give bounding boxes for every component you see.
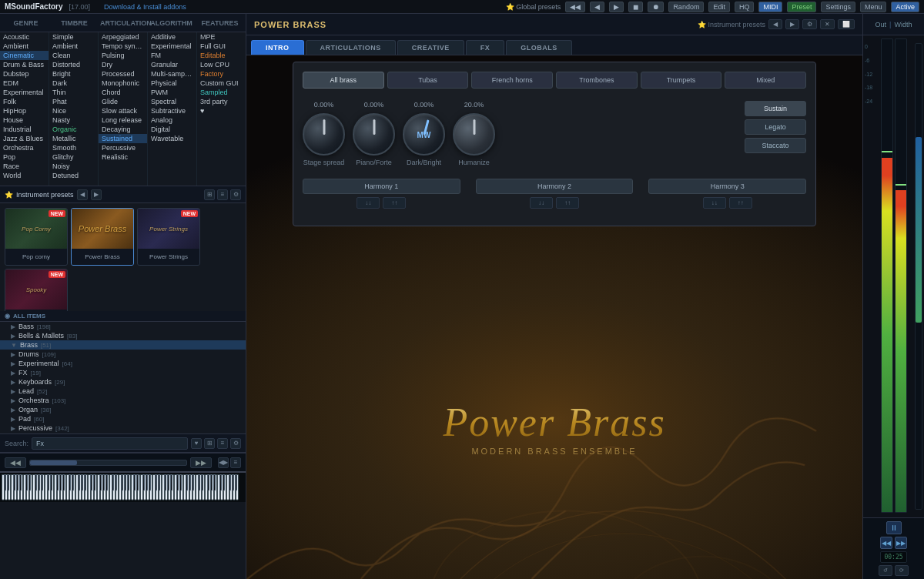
harmony-1-up-btn[interactable]: ↑↑ xyxy=(383,197,406,209)
list-item[interactable]: Industrial xyxy=(0,125,49,134)
cat-trombones[interactable]: Trombones xyxy=(556,72,638,89)
preset-btn[interactable]: Preset xyxy=(787,2,816,12)
tree-item-drums[interactable]: ▶ Drums [109] xyxy=(0,350,246,359)
list-item[interactable]: Digital xyxy=(148,125,196,134)
black-key[interactable] xyxy=(124,474,126,491)
black-key[interactable] xyxy=(149,474,151,491)
list-item[interactable]: Dry xyxy=(99,60,147,69)
list-item[interactable]: Arpeggiated xyxy=(99,32,147,42)
hq-btn[interactable]: HQ xyxy=(735,2,755,12)
list-item[interactable]: MPE xyxy=(197,32,246,42)
list-item[interactable]: FM xyxy=(148,51,196,60)
black-key[interactable] xyxy=(192,474,194,491)
list-item[interactable]: Sustained xyxy=(99,134,147,143)
inst-resize-btn[interactable]: ⬜ xyxy=(838,19,855,29)
black-key[interactable] xyxy=(16,474,18,491)
list-item[interactable]: Subtractive xyxy=(148,106,196,115)
black-key[interactable] xyxy=(93,474,95,491)
list-item[interactable]: Ambient xyxy=(0,42,49,51)
black-key[interactable] xyxy=(127,474,129,491)
list-item[interactable]: Detuned xyxy=(49,171,98,180)
black-key[interactable] xyxy=(133,474,136,491)
harmony-3-label[interactable]: Harmony 3 xyxy=(648,179,806,194)
list-item[interactable]: Dubstep xyxy=(0,69,49,79)
list-item[interactable]: World xyxy=(0,171,49,180)
black-key[interactable] xyxy=(4,474,6,491)
list-item[interactable]: Distorted xyxy=(49,60,98,69)
tab-creative[interactable]: CREATIVE xyxy=(397,40,464,55)
preset-card-power-strings[interactable]: Power Strings NEW Power Strings xyxy=(137,208,200,266)
list-item[interactable]: Granular xyxy=(148,60,196,69)
download-link[interactable]: Download & Install addons xyxy=(104,3,186,11)
sort-icon[interactable]: ≡ xyxy=(217,189,228,200)
list-item[interactable]: Analog xyxy=(148,115,196,125)
black-key[interactable] xyxy=(41,474,43,491)
humanize-knob[interactable] xyxy=(453,113,495,156)
bottom-icon-2[interactable]: ≡ xyxy=(230,457,241,468)
harmony-2-up-btn[interactable]: ↑↑ xyxy=(556,197,579,209)
inst-config-btn[interactable]: ⚙ xyxy=(802,19,817,29)
bottom-icon-1[interactable]: ◀▶ xyxy=(218,457,229,468)
black-key[interactable] xyxy=(207,474,209,491)
list-item[interactable]: Smooth xyxy=(49,143,98,152)
list-item[interactable]: Cinematic xyxy=(0,51,49,60)
list-item[interactable]: Acoustic xyxy=(0,32,49,42)
list-item[interactable]: Tempo synced xyxy=(99,42,147,51)
list-item[interactable]: Simple xyxy=(49,32,98,42)
list-item[interactable]: Orchestra xyxy=(0,143,49,152)
random-btn[interactable]: Random xyxy=(668,2,704,12)
list-item[interactable]: Jazz & Blues xyxy=(0,134,49,143)
black-key[interactable] xyxy=(56,474,59,491)
black-key[interactable] xyxy=(167,474,169,491)
black-key[interactable] xyxy=(219,474,222,491)
tree-item-lead[interactable]: ▶ Lead [52] xyxy=(0,387,246,396)
scroll-bar[interactable] xyxy=(29,460,187,466)
legato-btn[interactable]: Legato xyxy=(745,119,806,135)
list-item[interactable]: Additive xyxy=(148,32,196,42)
black-key[interactable] xyxy=(189,474,191,491)
cat-french-horns[interactable]: French horns xyxy=(471,72,553,89)
black-key[interactable] xyxy=(235,474,237,491)
preset-card-spooky[interactable]: Spooky NEW Spooky artistic xyxy=(5,269,68,311)
black-key[interactable] xyxy=(115,474,117,491)
play-btn[interactable]: ▶ xyxy=(609,2,624,12)
list-item[interactable]: Clean xyxy=(49,51,98,60)
tab-intro[interactable]: INTRO xyxy=(251,40,304,55)
tree-item-bells[interactable]: ▶ Bells & Mallets [83] xyxy=(0,331,246,340)
list-item[interactable]: Full GUI xyxy=(197,42,246,51)
tree-item-fx[interactable]: ▶ FX [19] xyxy=(0,368,246,377)
list-item[interactable]: Pulsing xyxy=(99,51,147,60)
list-item[interactable]: Spectral xyxy=(148,97,196,106)
list-item[interactable]: EDM xyxy=(0,79,49,88)
piano-bar[interactable]: // This will be handled inline xyxy=(0,471,246,502)
harmony-2-label[interactable]: Harmony 2 xyxy=(476,179,634,194)
list-item[interactable]: Bright xyxy=(49,69,98,79)
black-key[interactable] xyxy=(62,474,65,491)
black-key[interactable] xyxy=(105,474,108,491)
harmony-3-up-btn[interactable]: ↑↑ xyxy=(729,197,752,209)
sync-icon[interactable]: ⟳ xyxy=(895,565,909,576)
list-item[interactable]: Glitchy xyxy=(49,152,98,162)
list-item[interactable]: HipHop xyxy=(0,106,49,115)
list-item[interactable]: Ambient xyxy=(49,42,98,51)
black-key[interactable] xyxy=(186,474,188,491)
rewind-btn[interactable]: ◀◀ xyxy=(880,537,892,549)
sustain-btn[interactable]: Sustain xyxy=(745,101,806,116)
next-btn-bottom[interactable]: ▶▶ xyxy=(190,457,212,468)
record-btn[interactable]: ⏺ xyxy=(648,2,664,12)
settings-btn[interactable]: Settings xyxy=(821,2,855,12)
list-item[interactable]: Wavetable xyxy=(148,134,196,143)
black-key[interactable] xyxy=(59,474,62,491)
inst-next-btn[interactable]: ▶ xyxy=(91,189,102,200)
list-item[interactable]: 3rd party xyxy=(197,97,246,106)
list-item[interactable]: Nice xyxy=(49,106,98,115)
tree-item-bass[interactable]: ▶ Bass [198] xyxy=(0,322,246,331)
list-item[interactable]: Phat xyxy=(49,97,98,106)
tree-item-pad[interactable]: ▶ Pad [60] xyxy=(0,414,246,423)
black-key[interactable] xyxy=(13,474,15,491)
tree-item-organ[interactable]: ▶ Organ [38] xyxy=(0,405,246,414)
cat-trumpets[interactable]: Trumpets xyxy=(641,72,722,89)
list-item[interactable]: Experimental xyxy=(0,88,49,97)
prev-btn-bottom[interactable]: ◀◀ xyxy=(5,457,26,468)
inst-prev-btn[interactable]: ◀ xyxy=(77,189,88,200)
